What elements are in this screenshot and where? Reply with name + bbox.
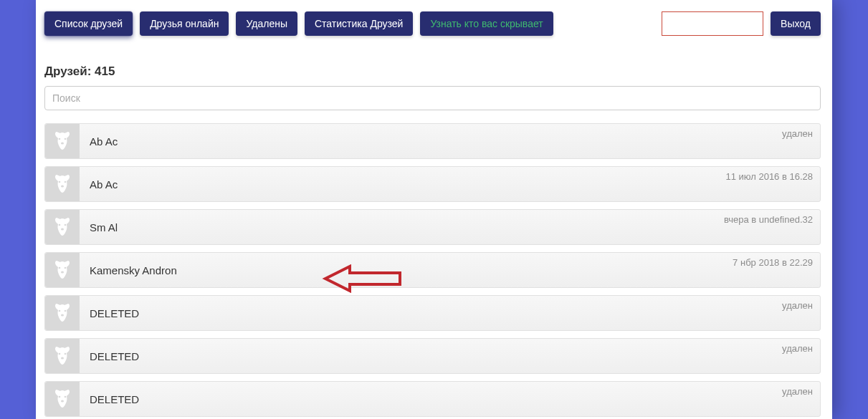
avatar <box>45 253 80 287</box>
friend-meta: удален <box>782 300 813 311</box>
svg-point-14 <box>61 314 64 317</box>
svg-point-11 <box>61 271 64 274</box>
svg-point-7 <box>65 224 67 226</box>
list-item[interactable]: Kamensky Andron 7 нбр 2018 в 22.29 <box>44 252 821 288</box>
friend-name: Ab Ac <box>80 124 820 158</box>
avatar <box>45 339 80 373</box>
list-item[interactable]: DELETED удален <box>44 381 821 417</box>
avatar <box>45 296 80 330</box>
svg-point-9 <box>59 267 61 269</box>
svg-point-10 <box>65 267 67 269</box>
friends-count: Друзей: 415 <box>44 64 821 79</box>
svg-point-12 <box>59 310 61 312</box>
search-input[interactable] <box>44 86 821 110</box>
svg-point-2 <box>61 143 64 145</box>
friend-meta: удален <box>782 343 813 354</box>
dog-placeholder-icon <box>51 130 74 153</box>
nav-friends-list[interactable]: Список друзей <box>44 11 133 36</box>
svg-point-8 <box>61 228 64 231</box>
friend-name: Ab Ac <box>80 167 820 201</box>
svg-point-17 <box>61 357 64 360</box>
friend-name: DELETED <box>80 296 820 330</box>
list-item[interactable]: DELETED удален <box>44 295 821 331</box>
friend-meta: 11 июл 2016 в 16.28 <box>725 171 813 182</box>
list-item[interactable]: DELETED удален <box>44 338 821 374</box>
svg-point-6 <box>59 224 61 226</box>
top-search-input[interactable] <box>662 11 763 36</box>
nav-friends-stats[interactable]: Статистика Друзей <box>305 11 413 36</box>
friend-name: Kamensky Andron <box>80 253 820 287</box>
avatar <box>45 382 80 416</box>
nav-who-hides[interactable]: Узнать кто вас скрывает <box>420 11 553 36</box>
svg-point-18 <box>59 396 61 398</box>
svg-point-16 <box>65 353 67 355</box>
dog-placeholder-icon <box>51 387 74 410</box>
friend-meta: удален <box>782 128 813 139</box>
app-container: Список друзей Друзья онлайн Удалены Стат… <box>36 0 832 419</box>
nav-deleted[interactable]: Удалены <box>236 11 297 36</box>
avatar <box>45 210 80 244</box>
friends-list: Ab Ac удален Ab Ac 11 июл 2016 в 16.28 S… <box>44 123 821 417</box>
avatar <box>45 167 80 201</box>
friend-name: DELETED <box>80 339 820 373</box>
svg-point-19 <box>65 396 67 398</box>
svg-point-20 <box>61 400 64 403</box>
friend-meta: удален <box>782 386 813 397</box>
list-item[interactable]: Ab Ac удален <box>44 123 821 159</box>
nav-friends-online[interactable]: Друзья онлайн <box>140 11 229 36</box>
friend-name: DELETED <box>80 382 820 416</box>
dog-placeholder-icon <box>51 259 74 281</box>
svg-point-5 <box>61 186 64 188</box>
friend-name: Sm Al <box>80 210 820 244</box>
svg-point-1 <box>65 138 67 140</box>
list-item[interactable]: Sm Al вчера в undefined.32 <box>44 209 821 245</box>
dog-placeholder-icon <box>51 173 74 196</box>
svg-point-3 <box>59 181 61 183</box>
svg-point-13 <box>65 310 67 312</box>
logout-button[interactable]: Выход <box>771 11 821 36</box>
dog-placeholder-icon <box>51 216 74 239</box>
svg-point-0 <box>59 138 61 140</box>
svg-point-4 <box>65 181 67 183</box>
friend-meta: 7 нбр 2018 в 22.29 <box>733 257 813 268</box>
friend-meta: вчера в undefined.32 <box>724 214 813 225</box>
dog-placeholder-icon <box>51 345 74 367</box>
list-item[interactable]: Ab Ac 11 июл 2016 в 16.28 <box>44 166 821 202</box>
svg-point-15 <box>59 353 61 355</box>
top-nav: Список друзей Друзья онлайн Удалены Стат… <box>44 11 821 36</box>
dog-placeholder-icon <box>51 302 74 324</box>
avatar <box>45 124 80 158</box>
